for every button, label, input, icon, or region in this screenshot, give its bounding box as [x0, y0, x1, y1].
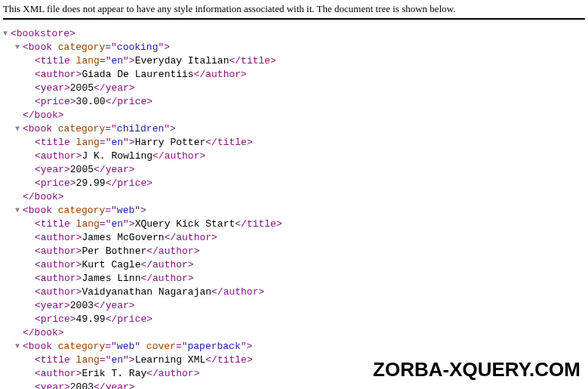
price-element[interactable]: <price>29.99</price>	[3, 177, 585, 190]
expand-toggle-icon[interactable]: ▼	[3, 27, 11, 41]
book-open[interactable]: ▼<book category="web" cover="paperback">	[3, 340, 585, 353]
year-element[interactable]: <year>2005</year>	[3, 82, 585, 95]
author-element[interactable]: <author>James Linn</author>	[3, 272, 585, 286]
expand-toggle-icon[interactable]: ▼	[15, 41, 23, 54]
book-close[interactable]: </book>	[3, 326, 585, 340]
expand-toggle-icon[interactable]: ▼	[15, 122, 23, 136]
expand-toggle-icon[interactable]: ▼	[15, 204, 23, 218]
author-element[interactable]: <author>Giada De Laurentiis</author>	[3, 68, 585, 82]
book-close[interactable]: </book>	[3, 190, 585, 204]
title-element[interactable]: <title lang="en">Everyday Italian</title…	[3, 54, 585, 68]
author-element[interactable]: <author>Per Bothner</author>	[3, 245, 585, 258]
year-element[interactable]: <year>2003</year>	[3, 299, 585, 313]
author-element[interactable]: <author>James McGovern</author>	[3, 231, 585, 245]
author-element[interactable]: <author>J K. Rowling</author>	[3, 150, 585, 163]
year-element[interactable]: <year>2005</year>	[3, 163, 585, 177]
title-element[interactable]: <title lang="en">XQuery Kick Start</titl…	[3, 218, 585, 231]
watermark: ZORBA-XQUERY.COM	[373, 358, 580, 381]
divider	[3, 18, 585, 20]
notice-text: This XML file does not appear to have an…	[3, 3, 585, 18]
book-open[interactable]: ▼<book category="web">	[3, 204, 585, 218]
book-open[interactable]: ▼<book category="cooking">	[3, 41, 585, 54]
author-element[interactable]: <author>Vaidyanathan Nagarajan</author>	[3, 286, 585, 299]
expand-toggle-icon[interactable]: ▼	[15, 340, 23, 353]
xml-tree: ▼<bookstore>▼<book category="cooking"><t…	[3, 27, 585, 389]
title-element[interactable]: <title lang="en">Harry Potter</title>	[3, 136, 585, 150]
year-element[interactable]: <year>2003</year>	[3, 381, 585, 389]
bookstore-open[interactable]: ▼<bookstore>	[3, 27, 585, 41]
author-element[interactable]: <author>Kurt Cagle</author>	[3, 258, 585, 272]
book-open[interactable]: ▼<book category="children">	[3, 122, 585, 136]
book-close[interactable]: </book>	[3, 109, 585, 122]
price-element[interactable]: <price>30.00</price>	[3, 95, 585, 109]
price-element[interactable]: <price>49.99</price>	[3, 313, 585, 326]
